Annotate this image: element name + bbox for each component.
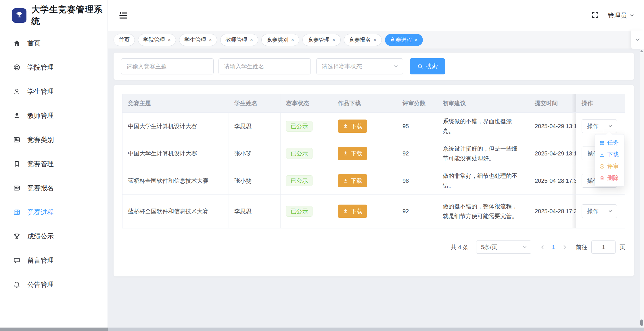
cell-theme: 中国大学生计算机设计大赛 — [122, 140, 229, 167]
menu-item-label: 评审 — [607, 162, 619, 170]
sidebar-item-message[interactable]: 留言管理 — [0, 248, 107, 272]
close-icon[interactable]: × — [332, 37, 335, 43]
menu-item-delete[interactable]: 删除 — [595, 172, 624, 184]
cell-theme: 中国大学生计算机设计大赛 — [122, 113, 229, 140]
menu-item-review[interactable]: 评审 — [595, 160, 624, 172]
prev-page-icon[interactable] — [539, 244, 546, 250]
app-logo-row: 大学生竞赛管理系统 — [0, 0, 108, 31]
search-theme-input[interactable] — [121, 58, 214, 74]
download-button[interactable]: 下载 — [338, 174, 367, 187]
scroll-up-arrow-icon[interactable] — [640, 50, 643, 52]
vertical-scrollbar-thumb[interactable] — [640, 320, 643, 326]
next-page-icon[interactable] — [561, 244, 568, 250]
table-row: 中国大学生计算机设计大赛 李思思 已公示 下载 95 系统做的不错，界面也挺漂亮… — [122, 113, 625, 140]
college-icon — [13, 63, 21, 71]
close-icon[interactable]: × — [168, 37, 171, 43]
goto-page-input[interactable] — [591, 240, 616, 254]
tab-signup[interactable]: 竞赛报名× — [344, 34, 382, 46]
search-student-input[interactable] — [218, 58, 311, 74]
sidebar-item-score[interactable]: 成绩公示 — [0, 224, 107, 248]
col-header-status: 赛事状态 — [281, 94, 332, 112]
row-action-caret[interactable] — [604, 120, 617, 133]
cell-comment: 系统设计挺好的，但是一些细节可能没有处理好。 — [437, 140, 529, 167]
table-panel: 竞赛主题 学生姓名 赛事状态 作品下载 评审分数 初审建议 提交时间 操作 中国… — [114, 85, 634, 276]
page-size-value: 5条/页 — [481, 243, 497, 251]
col-header-student: 学生姓名 — [229, 94, 281, 112]
status-select[interactable]: 请选择赛事状态 — [316, 58, 403, 74]
cell-student: 李思思 — [229, 113, 281, 140]
cell-student: 张小斐 — [229, 140, 281, 167]
menu-item-download[interactable]: 下载 — [595, 149, 624, 160]
tab-overflow-button[interactable] — [631, 30, 644, 49]
tab-competition[interactable]: 竞赛管理× — [302, 34, 340, 46]
tab-teacher[interactable]: 教师管理× — [220, 34, 258, 46]
download-icon — [343, 208, 348, 214]
sidebar-item-competition[interactable]: 竞赛管理 — [0, 152, 107, 176]
col-header-comment: 初审建议 — [437, 94, 529, 112]
cell-download: 下载 — [332, 167, 397, 194]
header-right: 管理员 — [591, 0, 635, 31]
tab-label: 首页 — [119, 36, 130, 44]
sidebar-item-student[interactable]: 学生管理 — [0, 79, 107, 103]
pagination: 共 4 条 5条/页 1 前往 页 — [451, 240, 625, 254]
download-label: 下载 — [351, 150, 362, 157]
tab-student[interactable]: 学生管理× — [179, 34, 217, 46]
download-button[interactable]: 下载 — [338, 120, 367, 133]
close-icon[interactable]: × — [209, 37, 212, 43]
download-label: 下载 — [351, 177, 362, 185]
download-button[interactable]: 下载 — [338, 205, 367, 218]
row-action-dropdown-button[interactable]: 操作 — [582, 204, 617, 218]
user-menu[interactable]: 管理员 — [608, 11, 635, 20]
sidebar-item-college[interactable]: 学院管理 — [0, 55, 107, 79]
row-action-dropdown-button[interactable]: 操作 — [582, 119, 617, 133]
vertical-scrollbar[interactable] — [640, 49, 644, 328]
sidebar-item-label: 学生管理 — [27, 87, 54, 96]
cell-theme: 蓝桥杯全国软件和信息技术大赛 — [122, 195, 229, 228]
film-icon — [13, 208, 21, 216]
row-actions-popover: 任务 下载 评审 删除 — [595, 134, 624, 186]
tab-category[interactable]: 竞赛类别× — [261, 34, 299, 46]
chevron-down-icon — [629, 13, 635, 18]
sidebar-item-home[interactable]: 首页 — [0, 31, 107, 55]
col-header-action: 操作 — [576, 94, 625, 112]
close-icon[interactable]: × — [373, 37, 377, 43]
cell-status: 已公示 — [281, 140, 332, 167]
download-icon — [343, 151, 348, 156]
cell-score: 92 — [397, 140, 437, 167]
search-button[interactable]: 搜索 — [410, 58, 445, 74]
progress-table: 竞赛主题 学生姓名 赛事状态 作品下载 评审分数 初审建议 提交时间 操作 中国… — [122, 94, 625, 228]
app-title: 大学生竞赛管理系统 — [31, 4, 108, 27]
sidebar-item-progress[interactable]: 竞赛进程 — [0, 200, 107, 224]
page-size-select[interactable]: 5条/页 — [476, 240, 531, 254]
horizontal-scrollbar-thumb[interactable] — [0, 328, 108, 331]
menu-item-task[interactable]: 任务 — [595, 137, 624, 149]
cell-student: 张小斐 — [229, 167, 281, 194]
table-header-row: 竞赛主题 学生姓名 赛事状态 作品下载 评审分数 初审建议 提交时间 操作 — [122, 94, 625, 113]
tab-progress[interactable]: 竞赛进程× — [385, 34, 423, 46]
circle-check-icon — [599, 163, 605, 169]
close-icon[interactable]: × — [415, 37, 418, 43]
page-unit-label: 页 — [620, 243, 625, 251]
tab-home[interactable]: 首页 — [114, 34, 135, 46]
collapse-menu-icon[interactable] — [119, 11, 128, 20]
sidebar-item-notice[interactable]: 公告管理 — [0, 272, 107, 297]
tab-college[interactable]: 学院管理× — [138, 34, 176, 46]
close-icon[interactable]: × — [291, 37, 294, 43]
sidebar-item-label: 成绩公示 — [27, 232, 54, 241]
table-row: 中国大学生计算机设计大赛 张小斐 已公示 下载 92 系统设计挺好的，但是一些细… — [122, 140, 625, 167]
current-page[interactable]: 1 — [552, 244, 555, 251]
fullscreen-icon[interactable] — [591, 11, 599, 20]
close-icon[interactable]: × — [250, 37, 253, 43]
postcard-icon — [13, 184, 21, 192]
cell-comment: 系统做的不错，界面也挺漂亮。 — [437, 113, 529, 140]
sidebar-item-label: 首页 — [27, 39, 41, 48]
horizontal-scrollbar[interactable] — [0, 328, 644, 331]
sidebar-item-category[interactable]: 竞赛类别 — [0, 128, 107, 152]
sidebar-item-teacher[interactable]: 教师管理 — [0, 103, 107, 128]
cell-time: 2025-04-28 17:35 — [529, 167, 576, 194]
sidebar-item-signup[interactable]: 竞赛报名 — [0, 176, 107, 200]
cell-status: 已公示 — [281, 167, 332, 194]
download-button[interactable]: 下载 — [338, 147, 367, 160]
row-action-caret[interactable] — [604, 205, 617, 218]
col-header-score: 评审分数 — [397, 94, 437, 112]
